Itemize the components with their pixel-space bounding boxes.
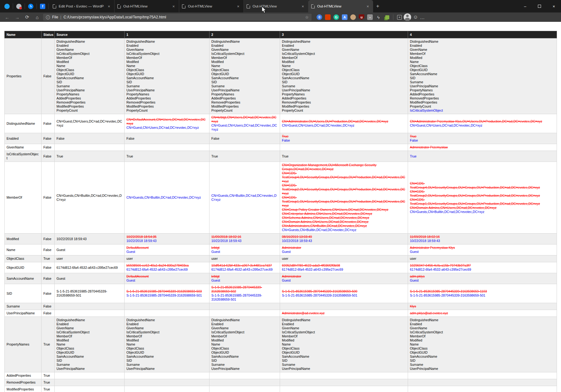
feedback-smiley-icon[interactable]: ☺	[413, 14, 418, 20]
profile-avatar[interactable]	[404, 13, 411, 21]
tab-separator	[37, 3, 37, 9]
row-cell	[280, 386, 408, 392]
settings-more-icon[interactable]: …	[420, 15, 425, 20]
tab-close-icon[interactable]: ×	[106, 4, 111, 9]
maximize-button[interactable]	[532, 0, 547, 12]
tab-close-icon[interactable]: ×	[236, 4, 241, 9]
row-cell: True	[280, 151, 408, 162]
row-cell: DefaultAccountGuest	[125, 273, 209, 284]
row-cell: DistinguishedNameEnabledGivenNameIsCriti…	[280, 38, 408, 114]
row-name: SamAccountName	[5, 273, 42, 284]
page-favicon	[117, 4, 121, 8]
ublock-origin-icon[interactable]: u	[359, 14, 364, 20]
maximize-icon	[538, 5, 541, 8]
row-cell: True	[209, 151, 280, 162]
row-cell: adm.pklysGuest	[408, 273, 557, 284]
row-cell: user	[55, 255, 125, 262]
tab-close-icon[interactable]: ×	[365, 4, 370, 9]
back-button[interactable]: ←	[3, 15, 11, 20]
onepassword-icon[interactable]: 0	[317, 14, 322, 20]
address-url[interactable]: C:/Users/przemyslaw.klys/AppData/Local/T…	[63, 15, 166, 19]
tab-strip: ϟ f Edit Post ‹ Evotec — WordPress × Out…	[0, 0, 561, 12]
home-button[interactable]: ⌂	[33, 15, 41, 20]
table-row: NameFalseGuestDefaultAccountGuestkrbtgtG…	[5, 244, 557, 255]
row-cell: Guest	[55, 273, 125, 284]
tab-out-htmlview-4-active[interactable]: Out-HTMLView ×	[308, 0, 373, 12]
row-cell	[125, 144, 209, 151]
refresh-button[interactable]: ⟳	[23, 14, 31, 20]
row-cell: S-1-5-21-853615985-2870445339-3163598659…	[125, 284, 209, 303]
row-cell: False	[125, 133, 209, 144]
row-cell: S-1-5-21-853615985-2870445339-3163598659…	[408, 284, 557, 303]
row-status: False	[42, 114, 55, 133]
row-cell: 6174d812-6fa4-4532-a643-c395e27cec69	[55, 262, 125, 273]
grammarly-icon[interactable]: G	[333, 14, 339, 20]
site-info-icon[interactable]: i	[46, 15, 50, 19]
column-header-3: 3	[280, 31, 408, 38]
messenger-icon[interactable]: ϟ	[28, 4, 33, 9]
row-status: False	[42, 144, 55, 151]
row-name: AddedProperties	[5, 372, 42, 379]
persona-icon[interactable]	[350, 14, 356, 20]
row-status: False	[42, 284, 55, 303]
duplicate-tab-icon[interactable]	[385, 15, 389, 19]
translate-icon[interactable]: A	[342, 14, 347, 20]
toolbar-separator	[393, 14, 393, 20]
row-cell: DistinguishedNameEnabledGivenNameIsCriti…	[125, 38, 209, 114]
table-row: PropertiesFalseDistinguishedNameEnabledG…	[5, 38, 557, 114]
column-header-source: Source	[55, 31, 125, 38]
window-controls: – ×	[518, 0, 561, 12]
page-content: Name Status Source 1 2 3 4 PropertiesFal…	[0, 22, 561, 392]
collections-icon[interactable]: +	[397, 15, 402, 20]
tab-out-htmlview-1[interactable]: Out-HTMLView ×	[115, 0, 179, 12]
recorder-icon[interactable]	[16, 4, 22, 9]
row-cell	[408, 386, 557, 392]
row-cell: CN=Guests,CN=Builtin,DC=ad,DC=evotec,DC=…	[55, 162, 125, 234]
tab-close-icon[interactable]: ×	[171, 4, 176, 9]
office-icon[interactable]	[325, 14, 331, 20]
table-row: DistinguishedNameFalseCN=Guest,CN=Users,…	[5, 114, 557, 133]
lightning-icon[interactable]: ϟ	[376, 14, 381, 20]
table-row: UserPrincipalNameFalseAdministrator@ad.e…	[5, 310, 557, 317]
page-favicon	[53, 4, 56, 8]
row-status: True	[42, 255, 55, 262]
row-cell: user	[125, 255, 209, 262]
tab-title: Out-HTMLView	[123, 4, 169, 8]
row-name: ObjectClass	[5, 255, 42, 262]
tab-out-htmlview-2[interactable]: Out-HTMLView ×	[179, 0, 244, 12]
row-cell	[55, 386, 125, 392]
row-cell: krbtgtGuest	[209, 244, 280, 255]
row-cell	[125, 372, 209, 379]
address-bar[interactable]: i File | C:/Users/przemyslaw.klys/AppDat…	[43, 14, 312, 21]
twitter-icon[interactable]	[4, 4, 10, 9]
column-header-1: 1	[125, 31, 209, 38]
row-cell: 08/16/2019 13:03:4910/22/2018 18:59:43	[280, 234, 408, 244]
row-cell: user	[209, 255, 280, 262]
capture-icon[interactable]: ●	[367, 14, 373, 20]
tab-out-htmlview-3[interactable]: Out-HTMLView ×	[244, 0, 308, 12]
table-header-row: Name Status Source 1 2 3 4	[5, 31, 557, 38]
row-name: Surname	[5, 303, 42, 310]
forward-button[interactable]: →	[13, 15, 21, 20]
row-status: False	[42, 162, 55, 234]
close-button[interactable]: ×	[547, 0, 561, 12]
favorite-star-icon[interactable]: ☆	[305, 15, 309, 20]
diff-table-body: PropertiesFalseDistinguishedNameEnabledG…	[5, 38, 557, 392]
column-header-status: Status	[42, 31, 55, 38]
tab-close-icon[interactable]: ×	[300, 4, 305, 9]
facebook-icon[interactable]: f	[40, 4, 45, 9]
row-name: ObjectGUID	[5, 262, 42, 273]
table-row: GivenNameFalseAdministrator Przemysław	[5, 144, 557, 151]
row-cell: Kłys	[408, 303, 557, 310]
row-cell	[55, 379, 125, 386]
page-favicon	[247, 4, 250, 8]
tab-wordpress[interactable]: Edit Post ‹ Evotec — WordPress ×	[50, 0, 115, 12]
extension-icons: 0GAu●ϟ	[317, 14, 389, 20]
browser-window: ϟ f Edit Post ‹ Evotec — WordPress × Out…	[0, 0, 561, 392]
new-tab-button[interactable]: +	[373, 0, 382, 12]
minimize-button[interactable]: –	[518, 0, 532, 12]
row-cell: CN=Administrator,OU=Users,OU=Production,…	[280, 114, 408, 133]
row-cell: 10/22/2018 18:54:3510/22/2018 18:59:43	[125, 234, 209, 244]
row-cell: krbtgtGuest	[209, 273, 280, 284]
diff-table: Name Status Source 1 2 3 4 PropertiesFal…	[4, 31, 557, 392]
